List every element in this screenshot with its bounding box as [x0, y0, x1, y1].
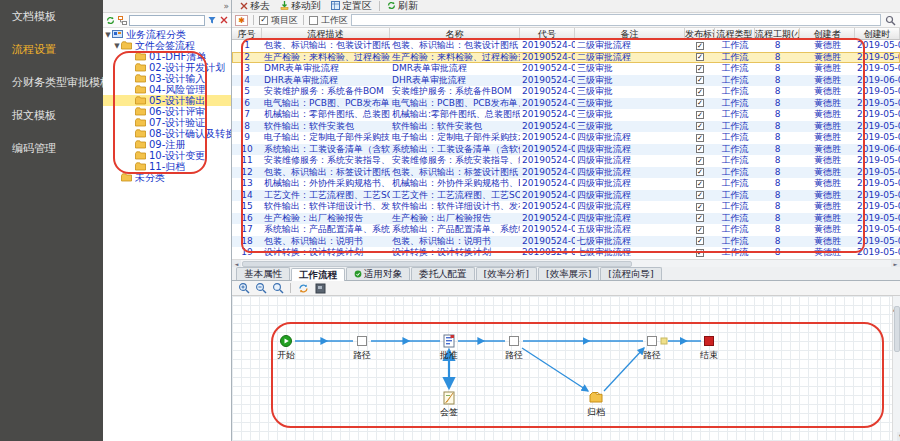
- work-zone-checkbox[interactable]: [309, 16, 318, 25]
- sidebar-item-4[interactable]: 报文模板: [0, 99, 103, 132]
- tree-toolbar: [103, 13, 231, 28]
- sidebar-item-3[interactable]: 分财务类型审批模板: [0, 66, 103, 99]
- cell: 18: [232, 236, 262, 248]
- cell: DMR表单审批流程: [262, 63, 390, 75]
- collapse-panel-button[interactable]: »: [223, 0, 229, 13]
- toolbar-button-3[interactable]: 定置区: [326, 0, 377, 13]
- cell: 黄德胜: [800, 247, 855, 259]
- published-checkbox-icon: ✓: [696, 99, 704, 107]
- sidebar-item-2[interactable]: 流程设置: [0, 33, 103, 66]
- tab-2[interactable]: 工作流程: [291, 268, 345, 281]
- toolbar-button-label: 定置区: [342, 0, 372, 13]
- table-row[interactable]: 11安装维修服务：系统安装指导、维修手册安装维修服务：系统安装指导、维修手册20…: [232, 155, 900, 167]
- sidebar-item-5[interactable]: 编码管理: [0, 132, 103, 165]
- cell: ✓: [685, 86, 715, 98]
- table-row[interactable]: 8软件输出：软件安装包软件输出：软件安装包20190524-001三级审批✓工作…: [232, 121, 900, 133]
- column-header-10[interactable]: 创建时: [855, 28, 900, 39]
- toolbar-button-2[interactable]: 移动到: [275, 0, 326, 13]
- column-header-2[interactable]: 流程描述: [262, 28, 390, 39]
- flow-node-end[interactable]: 结束: [700, 337, 718, 361]
- column-header-7[interactable]: 流程类型: [715, 28, 755, 39]
- sidebar-item-1[interactable]: 文档模板: [0, 0, 103, 33]
- flow-node-archive[interactable]: 归档: [587, 393, 605, 418]
- table-row[interactable]: 16生产检验：出厂检验报告生产检验：出厂检验报告20190524-003四级审批…: [232, 213, 900, 225]
- column-header-5[interactable]: 备注: [575, 28, 685, 39]
- cell: 2019-05-0: [855, 213, 900, 225]
- table-row[interactable]: 10系统输出：工装设备清单（含软件：系统输出：工装设备清单（含软件）201905…: [232, 144, 900, 156]
- refresh-icon[interactable]: [105, 15, 115, 25]
- filter-icon[interactable]: [207, 15, 217, 25]
- vertical-scrollbar[interactable]: ▲ ▼: [892, 296, 900, 441]
- cell: 四级审批流程: [575, 178, 685, 190]
- workflow-canvas[interactable]: 开始路径批准路径路径结束会签归档: [232, 296, 892, 441]
- table-row[interactable]: 19设计转换：设计转换计划设计转换：设计转换计划20190524-006七级审批…: [232, 247, 900, 259]
- column-header-6[interactable]: 发布标记: [685, 28, 715, 39]
- flow-node-path3[interactable]: 路径: [643, 337, 661, 361]
- tab-5[interactable]: [效率分析]: [476, 267, 537, 280]
- folder-icon: [135, 107, 147, 117]
- column-header-4[interactable]: 代号: [520, 28, 575, 39]
- flow-node-path1[interactable]: 路径: [353, 337, 371, 361]
- flow-connector-handle[interactable]: [661, 338, 667, 344]
- tree-item-11[interactable]: 11-归档: [103, 161, 231, 172]
- reload-icon[interactable]: [297, 282, 310, 295]
- cell: 20190524-003: [520, 167, 575, 179]
- table-row[interactable]: 7机械输出：零部件图纸、总装图纸机械输出:零部件图纸、总装图纸20190524-…: [232, 109, 900, 121]
- flow-node-approve[interactable]: 批准: [439, 335, 458, 360]
- flow-node-countersign[interactable]: 会签: [440, 392, 458, 417]
- tab-7[interactable]: [流程向导]: [600, 267, 661, 280]
- cell: 8: [755, 190, 800, 202]
- toolbar-button-4[interactable]: 刷新: [382, 0, 423, 13]
- table-row[interactable]: 5安装维护服务：系统备件BOM安装维护服务：系统备件BOM20190524-00…: [232, 86, 900, 98]
- cell: 2019-05-0: [855, 167, 900, 179]
- zoom-in-icon[interactable]: [237, 282, 250, 295]
- overview-icon[interactable]: [314, 282, 327, 295]
- table-row[interactable]: 17系统输出：产品配置清单、系统物料清单（系统输出：产品配置清单、系统物料清单.…: [232, 224, 900, 236]
- project-zone-checkbox[interactable]: ✓: [259, 16, 268, 25]
- tab-1[interactable]: 基本属性: [236, 267, 290, 280]
- zoom-fit-icon[interactable]: [271, 282, 284, 295]
- search-input[interactable]: [351, 14, 881, 26]
- tab-6[interactable]: [效率展示]: [538, 267, 599, 280]
- magnifier-icon[interactable]: [884, 14, 897, 27]
- table-row[interactable]: 18包装、标识输出：说明书包装、标识输出：说明书20190524-006七级审批…: [232, 236, 900, 248]
- table-row[interactable]: 12包装、标识输出：标签设计图纸包装、标识输出：标签设计图纸20190524-0…: [232, 167, 900, 179]
- scrollbar-thumb[interactable]: [894, 306, 900, 352]
- cell: 黄德胜: [800, 236, 855, 248]
- table-row[interactable]: 14工艺文件：工艺流程图、工艺SOP工艺文件：工艺流程图、工艺SOP201905…: [232, 190, 900, 202]
- column-header-3[interactable]: 名称: [390, 28, 520, 39]
- column-header-8[interactable]: 流程工期(小时): [755, 28, 800, 39]
- clear-icon[interactable]: [219, 15, 229, 25]
- tree-search-input[interactable]: [129, 15, 205, 26]
- table-row[interactable]: 4DHR表单审批流程DHR表单审批流程20190524-001三级审批✓工作流8…: [232, 75, 900, 87]
- cell: 工作流: [715, 155, 755, 167]
- column-header-1[interactable]: 序号: [232, 28, 262, 39]
- cell: 黄德胜: [800, 52, 855, 64]
- cell: 工作流: [715, 201, 755, 213]
- flow-node-start[interactable]: 开始: [277, 336, 295, 361]
- table-row[interactable]: 15软件输出：软件详细设计书、发布单软件输出：软件详细设计书、发布单201905…: [232, 201, 900, 213]
- cell: 20190524-003: [520, 201, 575, 213]
- cell: 12: [232, 167, 262, 179]
- cell: 20190524-001: [520, 86, 575, 98]
- column-header-9[interactable]: 创建者: [800, 28, 855, 39]
- toolbar-button-1[interactable]: 移去: [235, 0, 275, 13]
- table-row[interactable]: 13机械输出：外协件采购规格书、BOM清单机械输出：外协件采购规格书、BOM清单…: [232, 178, 900, 190]
- required-filter-button[interactable]: ✱: [235, 15, 248, 26]
- zone-icon: [331, 1, 340, 12]
- horizontal-scrollbar[interactable]: ◄ ►: [232, 259, 900, 267]
- cell: 七级审批流程: [575, 247, 685, 259]
- table-row[interactable]: 1包装、标识输出：包装设计图纸包装、标识输出：包装设计图纸20190524-00…: [232, 40, 900, 52]
- zoom-out-icon[interactable]: [254, 282, 267, 295]
- table-row[interactable]: 6电气输出：PCB图、PCB发布单、PCBA B...电气输出：PCB图、PCB…: [232, 98, 900, 110]
- cell: 8: [755, 52, 800, 64]
- tab-4[interactable]: 委托人配置: [411, 267, 475, 280]
- flow-node-path2[interactable]: 路径: [505, 337, 523, 361]
- table-row[interactable]: 3DMR表单审批流程DMR表单审批流程20190524-001三级审批✓工作流8…: [232, 63, 900, 75]
- table-row[interactable]: 9电子输出：定制电子部件采购技术协...电子输出：定制电子部件采购技术协议书20…: [232, 132, 900, 144]
- expand-all-icon[interactable]: [117, 15, 127, 25]
- tree-item-unclassified[interactable]: 未分类: [103, 172, 231, 183]
- tab-3[interactable]: 适用对象: [346, 267, 410, 280]
- cell: 8: [755, 213, 800, 225]
- table-row[interactable]: 2生产检验：来料检验、过程检验规范生产检验：来料检验、过程检验规范2019052…: [232, 52, 900, 64]
